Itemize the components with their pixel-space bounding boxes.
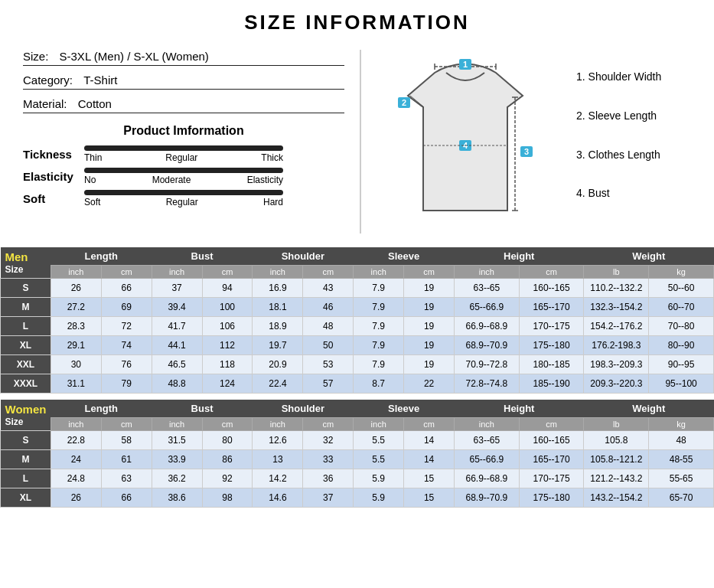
legend-item-1: 1. Shoulder Width bbox=[576, 65, 699, 89]
men-unit-9: cm bbox=[519, 266, 584, 279]
material-info-row: Material: Cotton bbox=[23, 97, 344, 113]
women-data-cell: 15 bbox=[404, 488, 455, 508]
men-data-cell: 7.9 bbox=[354, 317, 404, 336]
men-data-cell: 79 bbox=[101, 374, 152, 394]
men-data-cell: 90--95 bbox=[649, 355, 714, 374]
women-unit-2: inch bbox=[152, 418, 202, 431]
men-unit-0: inch bbox=[51, 266, 101, 279]
tickness-slider: Thin Regular Thick bbox=[84, 145, 283, 163]
product-info-title: Product Imformation bbox=[23, 124, 344, 138]
men-table-section: Men Size Length Bust Shoulder Sleeve Hei… bbox=[0, 247, 714, 394]
men-unit-7: cm bbox=[404, 266, 455, 279]
men-data-cell: 66 bbox=[101, 279, 152, 298]
men-col-height: Height bbox=[455, 247, 584, 266]
men-data-cell: 20.9 bbox=[253, 355, 303, 374]
women-data-cell: 105.8 bbox=[584, 431, 649, 450]
men-data-cell: 124 bbox=[202, 374, 253, 394]
men-data-cell: 7.9 bbox=[354, 279, 404, 298]
women-data-cell: 22.8 bbox=[51, 431, 101, 450]
men-data-cell: 19 bbox=[404, 279, 455, 298]
women-data-cell: 65--66.9 bbox=[455, 450, 520, 469]
men-data-cell: 31.1 bbox=[51, 374, 101, 394]
men-data-cell: 19 bbox=[404, 355, 455, 374]
men-col-sleeve: Sleeve bbox=[354, 247, 455, 266]
men-data-cell: 132.3--154.2 bbox=[584, 298, 649, 317]
material-label: Material: bbox=[23, 97, 67, 110]
men-data-cell: 19 bbox=[404, 336, 455, 355]
men-data-cell: 118 bbox=[202, 355, 253, 374]
size-info-row: Size: S-3XL (Men) / S-XL (Women) bbox=[23, 50, 344, 66]
women-data-cell: 24.8 bbox=[51, 469, 101, 488]
men-data-cell: 175--180 bbox=[519, 336, 584, 355]
tickness-label: Tickness bbox=[23, 148, 84, 161]
men-data-cell: 7.9 bbox=[354, 355, 404, 374]
men-data-cell: 46.5 bbox=[152, 355, 202, 374]
men-data-cell: 160--165 bbox=[519, 279, 584, 298]
women-data-cell: 160--165 bbox=[519, 431, 584, 450]
men-size-cell: S bbox=[1, 279, 51, 298]
women-col-shoulder: Shoulder bbox=[253, 400, 354, 418]
women-unit-row: inch cm inch cm inch cm inch cm inch cm … bbox=[1, 418, 714, 431]
men-unit-6: inch bbox=[354, 266, 404, 279]
men-unit-8: inch bbox=[455, 266, 520, 279]
women-data-cell: 14.2 bbox=[253, 469, 303, 488]
men-data-cell: 30 bbox=[51, 355, 101, 374]
men-col-bust: Bust bbox=[152, 247, 253, 266]
tickness-tick-labels: Thin Regular Thick bbox=[84, 152, 283, 163]
women-unit-9: cm bbox=[519, 418, 584, 431]
soft-soft: Soft bbox=[84, 197, 100, 207]
size-label: Size: bbox=[23, 50, 48, 63]
attributes-block: Tickness Thin Regular Thick Elasticity N… bbox=[23, 145, 344, 207]
women-data-cell: 66 bbox=[101, 488, 152, 508]
men-size-cell: L bbox=[1, 317, 51, 336]
men-data-cell: 18.9 bbox=[253, 317, 303, 336]
women-data-cell: 32 bbox=[303, 431, 354, 450]
women-data-cell: 38.6 bbox=[152, 488, 202, 508]
legend-item-4: 4. Bust bbox=[576, 181, 699, 205]
men-data-cell: 68.9--70.9 bbox=[455, 336, 520, 355]
men-col-weight: Weight bbox=[584, 247, 714, 266]
women-data-cell: 66.9--68.9 bbox=[455, 469, 520, 488]
legend-item-2: 2. Sleeve Length bbox=[576, 104, 699, 128]
men-size-cell: XXL bbox=[1, 355, 51, 374]
women-data-cell: 48-55 bbox=[649, 450, 714, 469]
women-data-cell: 14 bbox=[404, 431, 455, 450]
women-size-cell: S bbox=[1, 431, 51, 450]
men-table-row: L28.37241.710618.9487.91966.9--68.9170--… bbox=[1, 317, 714, 336]
men-data-cell: 74 bbox=[101, 336, 152, 355]
women-data-cell: 26 bbox=[51, 488, 101, 508]
women-table-row: XL266638.69814.6375.91568.9--70.9175--18… bbox=[1, 488, 714, 508]
men-data-cell: 26 bbox=[51, 279, 101, 298]
men-size-cell: M bbox=[1, 298, 51, 317]
svg-text:2: 2 bbox=[401, 98, 406, 107]
tickness-thin: Thin bbox=[84, 152, 102, 163]
men-data-cell: 22.4 bbox=[253, 374, 303, 394]
men-data-cell: 110.2--132.2 bbox=[584, 279, 649, 298]
women-data-cell: 13 bbox=[253, 450, 303, 469]
men-data-cell: 53 bbox=[303, 355, 354, 374]
men-data-cell: 185--190 bbox=[519, 374, 584, 394]
diagram-panel: 1 2 3 4 bbox=[361, 42, 569, 241]
men-data-cell: 41.7 bbox=[152, 317, 202, 336]
men-data-cell: 112 bbox=[202, 336, 253, 355]
women-data-cell: 80 bbox=[202, 431, 253, 450]
men-unit-1: cm bbox=[101, 266, 152, 279]
women-unit-0: inch bbox=[51, 418, 101, 431]
men-data-cell: 63--65 bbox=[455, 279, 520, 298]
women-size-cell: M bbox=[1, 450, 51, 469]
men-data-cell: 27.2 bbox=[51, 298, 101, 317]
men-data-cell: 48.8 bbox=[152, 374, 202, 394]
size-value: S-3XL (Men) / S-XL (Women) bbox=[60, 50, 209, 63]
women-unit-7: cm bbox=[404, 418, 455, 431]
women-col-length: Length bbox=[51, 400, 152, 418]
men-title-cell: Men Size bbox=[1, 247, 51, 279]
men-size-cell: XXXL bbox=[1, 374, 51, 394]
tickness-row: Tickness Thin Regular Thick bbox=[23, 145, 344, 163]
women-unit-11: kg bbox=[649, 418, 714, 431]
men-data-cell: 28.3 bbox=[51, 317, 101, 336]
men-tbody: S2666379416.9437.91963--65160--165110.2-… bbox=[1, 279, 714, 394]
women-data-cell: 48 bbox=[649, 431, 714, 450]
soft-tick-labels: Soft Regular Hard bbox=[84, 197, 283, 207]
men-data-cell: 7.9 bbox=[354, 298, 404, 317]
category-info-row: Category: T-Shirt bbox=[23, 74, 344, 90]
